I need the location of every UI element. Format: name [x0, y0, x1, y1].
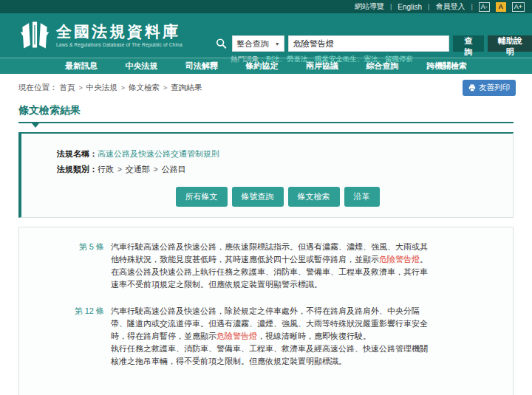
divider: | [471, 3, 472, 10]
highlighted-term: 危險警告燈 [379, 255, 420, 264]
article-text-segment: ，視線清晰時，應即恢復行駛。 [257, 332, 371, 340]
article-results-box: 第 5 條汽車行駛高速公路及快速公路，應依速限標誌指示。但遇有濃霧、濃煙、強風、… [18, 227, 514, 395]
hot-keyword-link-3[interactable]: 憲法 [364, 55, 378, 63]
member-login-link[interactable]: 會員登入 [435, 1, 465, 12]
search-category-select[interactable]: 整合查詢 ▼ [232, 35, 284, 52]
article-paragraph: 執行任務之救護車、消防車、警備車、工程車、救濟車及經高速公路、快速公路管理機關核… [111, 343, 432, 368]
hot-keyword-separator: 、 [308, 55, 316, 63]
law-action-button-3[interactable]: 沿革 [344, 187, 380, 207]
breadcrumb-link-2[interactable]: 條文檢索 [129, 83, 160, 92]
breadcrumb-label: 現在位置： [18, 83, 58, 93]
category-separator: > [117, 165, 122, 174]
article-row: 第 5 條汽車行駛高速公路及快速公路，應依速限標誌指示。但遇有濃霧、濃煙、強風、… [19, 241, 513, 291]
law-name-link[interactable]: 高速公路及快速公路交通管制規則 [98, 149, 219, 158]
font-size-increase-button[interactable]: A+ [512, 2, 525, 12]
friendly-print-label: 友善列印 [479, 83, 510, 93]
article-paragraph: 汽車行駛高速公路及快速公路，除於規定之停車處外，不得在路肩及路肩外、中央分隔帶、… [111, 305, 432, 343]
font-size-default-button[interactable]: A [496, 2, 506, 12]
scales-books-icon [19, 19, 50, 50]
highlighted-term: 危險警告燈 [216, 332, 257, 340]
search-submit-button[interactable]: 查詢 [453, 35, 485, 52]
english-link[interactable]: English [398, 3, 422, 11]
hot-keywords: 熱門詞彙：刑法、勞基法、職業安全衛生、憲法、留職停薪 [231, 55, 413, 64]
site-title: 全國法規資料庫 [56, 23, 183, 41]
nav-item-2[interactable]: 司法解釋 [185, 61, 218, 72]
top-utility-bar: 網站導覽 | English | 會員登入 | A- A A+ [0, 0, 532, 13]
law-action-button-1[interactable]: 條號查詢 [232, 187, 284, 207]
breadcrumb-link-0[interactable]: 首頁 [60, 83, 75, 92]
law-name-label: 法規名稱： [57, 149, 98, 158]
search-help-button[interactable]: 輔助說明 [488, 35, 532, 52]
nav-item-6[interactable]: 跨機關檢索 [426, 61, 467, 72]
site-subtitle: Laws & Regulations Database of The Repub… [56, 42, 183, 47]
search-category-value: 整合查詢 [236, 38, 269, 49]
article-number-link-1[interactable]: 第 12 條 [19, 305, 111, 317]
law-info-box: 法規名稱：高速公路及快速公路交通管制規則 法規類別：行政>交通部>公路目 所有條… [18, 132, 514, 218]
breadcrumb-trail: 首頁>中央法規>條文檢索>查詢結果 [58, 83, 205, 93]
law-category-label: 法規類別： [57, 165, 98, 174]
divider-arrow [32, 123, 39, 128]
law-category-path: 行政>交通部>公路目 [98, 165, 186, 174]
site-header: 全國法規資料庫 Laws & Regulations Database of T… [0, 13, 532, 58]
breadcrumb-separator: > [163, 84, 167, 92]
category-segment-0: 行政 [98, 165, 114, 174]
hot-keyword-link-4[interactable]: 留職停薪 [385, 55, 413, 63]
hot-keyword-separator: 、 [280, 55, 287, 63]
article-row: 第 12 條汽車行駛高速公路及快速公路，除於規定之停車處外，不得在路肩及路肩外、… [19, 305, 513, 368]
category-segment-2: 公路目 [162, 165, 186, 174]
title-divider [18, 122, 514, 123]
sitemap-link[interactable]: 網站導覽 [355, 1, 384, 12]
divider: | [390, 3, 392, 10]
article-text-segment: 在高速公路及快速公路上執行任務之救護車、消防車、警備車、工程車及救濟車，其行車速… [111, 267, 428, 289]
site-logo[interactable]: 全國法規資料庫 Laws & Regulations Database of T… [19, 19, 183, 50]
article-paragraph: 在高速公路及快速公路上執行任務之救護車、消防車、警備車、工程車及救濟車，其行車速… [111, 266, 432, 291]
search-icon [216, 38, 227, 49]
breadcrumb-separator: > [79, 84, 83, 92]
printer-icon [468, 84, 476, 92]
breadcrumb-link-1[interactable]: 中央法規 [86, 83, 117, 92]
hot-keyword-link-2[interactable]: 職業安全衛生 [315, 55, 357, 63]
law-category-row: 法規類別：行政>交通部>公路目 [57, 162, 498, 177]
article-text: 汽車行駛高速公路及快速公路，應依速限標誌指示。但遇有濃霧、濃煙、強風、大雨或其他… [111, 241, 432, 291]
hot-keyword-link-0[interactable]: 刑法 [266, 55, 280, 63]
law-name-row: 法規名稱：高速公路及快速公路交通管制規則 [57, 146, 498, 162]
article-number-link-0[interactable]: 第 5 條 [19, 241, 111, 253]
nav-item-1[interactable]: 中央法規 [126, 61, 158, 72]
hot-keywords-label: 熱門詞彙： [231, 55, 266, 63]
category-separator: > [154, 165, 158, 174]
divider: | [428, 3, 429, 10]
law-action-button-2[interactable]: 條文檢索 [288, 187, 340, 207]
article-text-segment: 執行任務之救護車、消防車、警備車、工程車、救濟車及經高速公路、快速公路管理機關核… [111, 344, 428, 365]
article-text-segment: 。 [420, 255, 428, 264]
hot-keyword-separator: 、 [378, 55, 386, 63]
article-text: 汽車行駛高速公路及快速公路，除於規定之停車處外，不得在路肩及路肩外、中央分隔帶、… [111, 305, 432, 368]
hot-keyword-link-1[interactable]: 勞基法 [287, 55, 308, 63]
font-size-decrease-button[interactable]: A- [479, 2, 490, 12]
hot-keyword-separator: 、 [357, 55, 364, 63]
hot-keyword-links: 刑法、勞基法、職業安全衛生、憲法、留職停薪 [266, 55, 414, 63]
breadcrumb-separator: > [121, 84, 125, 92]
article-paragraph: 汽車行駛高速公路及快速公路，應依速限標誌指示。但遇有濃霧、濃煙、強風、大雨或其他… [111, 241, 432, 266]
search-bar: 整合查詢 ▼ 查詢 輔助說明 [216, 35, 532, 52]
breadcrumb: 現在位置： 首頁>中央法規>條文檢索>查詢結果 友善列印 [0, 74, 532, 99]
search-input[interactable] [288, 35, 449, 52]
friendly-print-button[interactable]: 友善列印 [463, 80, 516, 96]
breadcrumb-current: 查詢結果 [171, 83, 202, 92]
law-action-button-0[interactable]: 所有條文 [176, 187, 228, 207]
page: 網站導覽 | English | 會員登入 | A- A A+ [0, 0, 532, 395]
nav-item-0[interactable]: 最新訊息 [65, 61, 98, 72]
page-title: 條文檢索結果 [18, 104, 514, 117]
law-action-buttons: 所有條文條號查詢條文檢索沿革 [57, 187, 498, 207]
chevron-down-icon: ▼ [275, 41, 280, 47]
category-segment-1: 交通部 [126, 165, 150, 174]
